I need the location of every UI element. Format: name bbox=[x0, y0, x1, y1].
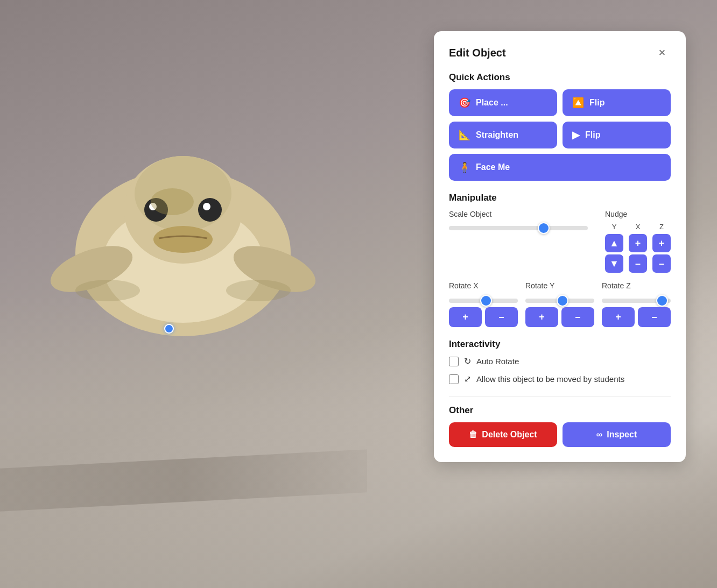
place-button[interactable]: 🎯 Place ... bbox=[449, 89, 557, 116]
rotate-z-label: Rotate Z bbox=[602, 281, 671, 290]
move-students-row[interactable]: ⤢ Allow this object to be moved by stude… bbox=[449, 374, 671, 384]
rotate-y-minus-button[interactable]: – bbox=[561, 307, 594, 327]
trash-icon: 🗑 bbox=[469, 430, 477, 440]
rotate-x-group: Rotate X + – bbox=[449, 281, 518, 327]
svg-point-10 bbox=[153, 226, 213, 253]
nudge-y-up-button[interactable]: ▲ bbox=[605, 234, 623, 252]
move-students-checkbox[interactable] bbox=[449, 374, 459, 384]
divider bbox=[449, 396, 671, 396]
delete-object-button[interactable]: 🗑 Delete Object bbox=[449, 422, 557, 447]
nudge-z-plus-button[interactable]: + bbox=[652, 234, 671, 252]
rotate-x-buttons: + – bbox=[449, 307, 518, 327]
nudge-x-axis: X + – bbox=[629, 223, 647, 273]
rotate-z-minus-button[interactable]: – bbox=[638, 307, 671, 327]
nudge-label: Nudge bbox=[605, 210, 671, 218]
nudge-x-minus-button[interactable]: – bbox=[629, 254, 647, 273]
manipulate-heading: Manipulate bbox=[449, 193, 671, 203]
rotate-y-plus-button[interactable]: + bbox=[525, 307, 558, 327]
svg-point-11 bbox=[151, 188, 194, 215]
rotate-x-plus-button[interactable]: + bbox=[449, 307, 482, 327]
rotate-y-slider[interactable] bbox=[525, 299, 594, 303]
interactivity-section: Interactivity ↻ Auto Rotate ⤢ Allow this… bbox=[449, 339, 671, 384]
scale-group: Scale Object bbox=[449, 210, 588, 235]
auto-rotate-checkbox[interactable] bbox=[449, 357, 459, 366]
nudge-x-plus-button[interactable]: + bbox=[629, 234, 647, 252]
nudge-z-label: Z bbox=[659, 223, 664, 231]
face-me-icon: 🧍 bbox=[459, 161, 470, 173]
svg-point-8 bbox=[198, 198, 222, 222]
manipulate-section: Manipulate Scale Object Nudge Y ▲ ▼ bbox=[449, 193, 671, 327]
straighten-button[interactable]: 📐 Straighten bbox=[449, 122, 557, 148]
other-buttons: 🗑 Delete Object ∞ Inspect bbox=[449, 422, 671, 447]
rotate-y-label: Rotate Y bbox=[525, 281, 594, 290]
flip-horizontal-icon: ▶ bbox=[572, 129, 580, 141]
place-icon: 🎯 bbox=[459, 97, 470, 109]
quick-actions-heading: Quick Actions bbox=[449, 72, 671, 83]
flip-horizontal-button[interactable]: ▶ Flip bbox=[563, 122, 671, 148]
rotate-x-slider[interactable] bbox=[449, 299, 518, 303]
nudge-axes: Y ▲ ▼ X + – Z + – bbox=[605, 223, 671, 273]
panel-title: Edit Object bbox=[449, 47, 506, 59]
other-heading: Other bbox=[449, 405, 671, 416]
svg-point-12 bbox=[75, 280, 140, 301]
rotate-z-plus-button[interactable]: + bbox=[602, 307, 635, 327]
nudge-group: Nudge Y ▲ ▼ X + – Z + – bbox=[605, 210, 671, 273]
rotate-y-group: Rotate Y + – bbox=[525, 281, 594, 327]
scale-nudge-row: Scale Object Nudge Y ▲ ▼ X + bbox=[449, 210, 671, 273]
rotate-x-minus-button[interactable]: – bbox=[485, 307, 518, 327]
rotate-x-label: Rotate X bbox=[449, 281, 518, 290]
face-me-button[interactable]: 🧍 Face Me bbox=[449, 154, 671, 181]
inspect-button[interactable]: ∞ Inspect bbox=[563, 422, 671, 447]
edit-object-panel: Edit Object × Quick Actions 🎯 Place ... … bbox=[434, 31, 686, 462]
nudge-z-minus-button[interactable]: – bbox=[652, 254, 671, 273]
nudge-y-down-button[interactable]: ▼ bbox=[605, 254, 623, 273]
scale-slider-container bbox=[449, 223, 588, 232]
rotate-row: Rotate X + – Rotate Y + – Rotate Z bbox=[449, 281, 671, 327]
interactivity-heading: Interactivity bbox=[449, 339, 671, 350]
svg-point-13 bbox=[226, 280, 291, 301]
rotate-z-buttons: + – bbox=[602, 307, 671, 327]
anchor-dot[interactable] bbox=[164, 324, 174, 334]
nudge-y-label: Y bbox=[612, 223, 617, 231]
flip-vertical-button[interactable]: 🔼 Flip bbox=[563, 89, 671, 116]
auto-rotate-row[interactable]: ↻ Auto Rotate bbox=[449, 356, 671, 366]
nudge-z-axis: Z + – bbox=[652, 223, 671, 273]
panel-header: Edit Object × bbox=[449, 44, 671, 61]
svg-point-9 bbox=[203, 203, 210, 210]
scale-slider[interactable] bbox=[449, 226, 588, 230]
nudge-x-label: X bbox=[636, 223, 641, 231]
rotate-z-slider[interactable] bbox=[602, 299, 671, 303]
rotate-z-group: Rotate Z + – bbox=[602, 281, 671, 327]
flip-vertical-icon: 🔼 bbox=[572, 97, 584, 109]
inspect-icon: ∞ bbox=[596, 430, 602, 440]
rotate-y-buttons: + – bbox=[525, 307, 594, 327]
quick-actions-grid: 🎯 Place ... 🔼 Flip 📐 Straighten ▶ Flip 🧍… bbox=[449, 89, 671, 181]
bird-object[interactable] bbox=[43, 140, 323, 344]
close-button[interactable]: × bbox=[653, 44, 671, 61]
auto-rotate-label: Auto Rotate bbox=[476, 357, 519, 366]
straighten-icon: 📐 bbox=[459, 129, 470, 141]
move-icon: ⤢ bbox=[464, 374, 471, 384]
other-section: Other 🗑 Delete Object ∞ Inspect bbox=[449, 405, 671, 447]
auto-rotate-icon: ↻ bbox=[464, 356, 471, 366]
nudge-y-axis: Y ▲ ▼ bbox=[605, 223, 623, 273]
scale-label: Scale Object bbox=[449, 210, 588, 218]
move-label: Allow this object to be moved by student… bbox=[476, 374, 624, 384]
